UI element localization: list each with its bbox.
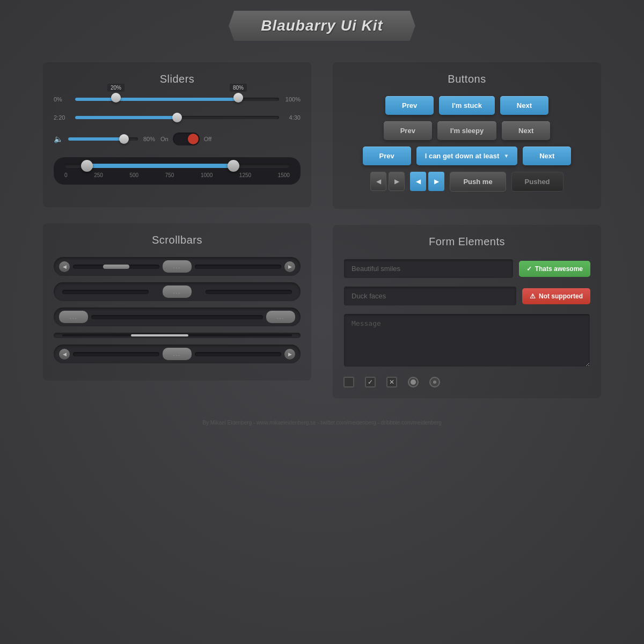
status-badge-green: ✓ Thats awesome — [519, 261, 590, 277]
form-field-row-1: ✓ Thats awesome — [343, 259, 590, 279]
push-button[interactable]: Push me — [450, 172, 506, 192]
radio-filled[interactable] — [408, 377, 419, 387]
status-text-red: Not supported — [539, 292, 583, 300]
dropdown-button[interactable]: I can get down at least ▼ — [416, 147, 518, 165]
dual-slider-track[interactable] — [64, 164, 290, 168]
checkbox-cross[interactable]: ✕ — [386, 377, 397, 387]
scroll-track-4[interactable] — [62, 334, 292, 336]
button-row-2: Prev I'm sleepy Next — [343, 121, 590, 140]
toggle-container: On Off — [160, 133, 211, 145]
slider-row-4: 0 250 500 750 1000 1250 1500 — [54, 157, 301, 185]
warning-icon: ⚠ — [530, 292, 536, 300]
prev-button-3[interactable]: Prev — [363, 147, 411, 165]
scroll-handle-5[interactable]: ... — [163, 348, 192, 360]
scrollbars-section: Scrollbars ◀ ... ▶ ... — [43, 223, 311, 380]
scrollbar-2[interactable]: ... — [54, 282, 301, 301]
scroll-track-2[interactable] — [62, 290, 149, 294]
main-grid: Sliders 0% 20% — [27, 62, 617, 398]
scrollbars-title: Scrollbars — [54, 234, 301, 246]
sliders-section: Sliders 0% 20% — [43, 62, 311, 207]
next-button-1[interactable]: Next — [500, 96, 548, 115]
prev-button-2[interactable]: Prev — [384, 121, 432, 140]
volume-row: 🔈 80% On Off — [54, 133, 301, 145]
scrollbar-3[interactable]: ... ... — [54, 308, 301, 326]
volume-thumb[interactable] — [119, 134, 129, 144]
scroll-handle-1[interactable]: ... — [163, 260, 192, 273]
input-beautiful-smiles[interactable] — [343, 259, 514, 279]
scroll-arrow-left-1[interactable]: ◀ — [59, 261, 70, 272]
toggle-switch[interactable] — [173, 133, 200, 145]
slider-2-min: 2:20 — [54, 114, 70, 121]
slider-2-container: 2:20 4:30 — [54, 114, 301, 121]
scroll-arrow-left-5[interactable]: ◀ — [59, 349, 70, 360]
next-button-2[interactable]: Next — [502, 121, 550, 140]
scroll-thumb-1[interactable] — [103, 265, 129, 269]
prev-button-1[interactable]: Prev — [385, 96, 434, 115]
dual-label-0: 0 — [64, 172, 68, 178]
slider-row-3: 🔈 80% On Off — [54, 133, 301, 145]
dual-label-500: 500 — [129, 172, 138, 178]
slider-2-thumb[interactable] — [172, 113, 182, 122]
slider-1-max: 100% — [284, 96, 301, 103]
scroll-arrow-right-1[interactable]: ▶ — [284, 261, 295, 272]
scrollbar-5[interactable]: ◀ ... ▶ — [54, 345, 301, 363]
dual-thumb-left[interactable] — [81, 160, 93, 172]
buttons-section: Buttons Prev I'm stuck Next Prev I'm sle… — [333, 62, 601, 209]
stuck-button[interactable]: I'm stuck — [439, 96, 495, 115]
scroll-handle-2[interactable]: ... — [163, 286, 192, 298]
left-column: Sliders 0% 20% — [43, 62, 311, 398]
scrollbar-1[interactable]: ◀ ... ▶ — [54, 257, 301, 276]
right-column: Buttons Prev I'm stuck Next Prev I'm sle… — [333, 62, 601, 398]
scroll-track-5b[interactable] — [195, 352, 281, 356]
volume-track[interactable] — [68, 137, 138, 141]
slider-2-track[interactable] — [75, 116, 279, 119]
scrollbar-4[interactable] — [54, 333, 301, 338]
message-textarea[interactable] — [343, 313, 590, 367]
dropdown-arrow-icon: ▼ — [503, 153, 509, 159]
input-duck-faces[interactable] — [343, 286, 517, 306]
check-icon: ✓ — [526, 265, 532, 273]
scroll-handle-3-left[interactable]: ... — [59, 311, 88, 323]
slider-1-badge-right: 80% — [230, 84, 247, 92]
slider-1-thumb-left[interactable] — [111, 93, 121, 103]
slider-row-1: 0% 20% 80% — [54, 96, 301, 103]
dual-label-750: 750 — [165, 172, 174, 178]
checkbox-checked[interactable]: ✓ — [365, 377, 376, 387]
scroll-thumb-4[interactable] — [131, 334, 188, 336]
radio-empty[interactable] — [429, 377, 440, 387]
volume-icon: 🔈 — [54, 135, 63, 143]
dual-thumb-right[interactable] — [228, 160, 239, 172]
checkbox-empty[interactable] — [343, 377, 354, 387]
sliders-title: Sliders — [54, 73, 301, 85]
scroll-track-3[interactable] — [91, 315, 262, 319]
toggle-on-label: On — [160, 136, 169, 142]
nav-right-1[interactable]: ▶ — [389, 172, 405, 191]
dual-label-1000: 1000 — [201, 172, 213, 178]
scroll-track-1b[interactable] — [195, 265, 281, 269]
nav-left-2[interactable]: ◀ — [410, 172, 426, 191]
page-footer: By Mikael Eidenberg - www.mikaeleidenber… — [27, 420, 617, 426]
toggle-knob — [188, 134, 199, 144]
dual-slider-labels: 0 250 500 750 1000 1250 1500 — [64, 172, 290, 178]
scroll-track-2b[interactable] — [206, 290, 292, 294]
slider-1-thumb-right[interactable] — [233, 93, 243, 103]
nav-right-2[interactable]: ▶ — [428, 172, 444, 191]
form-field-row-2: ⚠ Not supported — [343, 286, 590, 306]
dual-label-1250: 1250 — [239, 172, 251, 178]
scroll-handle-3-right[interactable]: ... — [266, 311, 295, 323]
form-title: Form Elements — [343, 236, 590, 248]
next-button-3[interactable]: Next — [523, 147, 571, 165]
slider-1-container: 0% 20% 80% — [54, 96, 301, 103]
pushed-button[interactable]: Pushed — [511, 172, 564, 192]
slider-1-track[interactable]: 20% 80% — [75, 98, 279, 101]
scroll-arrow-right-5[interactable]: ▶ — [284, 349, 295, 360]
scroll-track-1[interactable] — [73, 265, 159, 269]
status-badge-red: ⚠ Not supported — [522, 288, 590, 304]
toggle-off-label: Off — [204, 136, 211, 142]
nav-arrows-2: ◀ ▶ — [410, 172, 444, 192]
scroll-track-5[interactable] — [73, 352, 159, 356]
nav-left-1[interactable]: ◀ — [370, 172, 386, 191]
sleepy-button[interactable]: I'm sleepy — [437, 121, 496, 140]
status-text-green: Thats awesome — [535, 265, 583, 273]
slider-1-badge-left: 20% — [107, 84, 125, 92]
